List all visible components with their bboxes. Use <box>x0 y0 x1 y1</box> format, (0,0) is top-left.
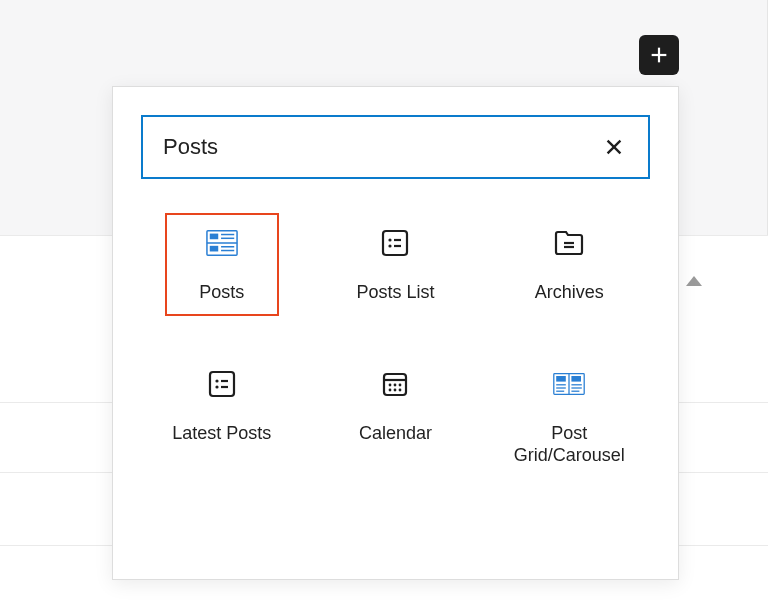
svg-point-30 <box>394 388 397 391</box>
search-input[interactable] <box>163 134 600 160</box>
add-block-button[interactable] <box>639 35 679 75</box>
svg-rect-6 <box>210 234 218 240</box>
block-option-latest-posts[interactable]: Latest Posts <box>141 354 303 479</box>
block-inserter-panel: Posts Posts List <box>112 86 679 580</box>
svg-point-15 <box>389 244 392 247</box>
svg-point-29 <box>389 388 392 391</box>
svg-point-20 <box>215 379 218 382</box>
posts-icon <box>206 227 238 259</box>
block-results-grid: Posts Posts List <box>113 193 678 479</box>
svg-rect-19 <box>210 372 234 396</box>
svg-point-22 <box>215 385 218 388</box>
block-label: Post Grid/Carousel <box>514 422 625 467</box>
archives-icon <box>553 227 585 259</box>
svg-rect-9 <box>210 246 218 252</box>
scroll-up-icon[interactable] <box>686 276 702 286</box>
post-grid-carousel-icon <box>553 368 585 400</box>
svg-rect-38 <box>572 376 582 382</box>
svg-point-26 <box>389 383 392 386</box>
search-container <box>113 87 678 193</box>
block-option-posts-list[interactable]: Posts List <box>315 213 477 316</box>
plus-icon <box>648 44 670 66</box>
latest-posts-icon <box>206 368 238 400</box>
block-label: Archives <box>535 281 604 304</box>
posts-list-icon <box>379 227 411 259</box>
clear-search-button[interactable] <box>600 133 628 161</box>
svg-point-13 <box>389 238 392 241</box>
svg-point-31 <box>399 388 402 391</box>
search-box <box>141 115 650 179</box>
svg-point-27 <box>394 383 397 386</box>
svg-point-28 <box>399 383 402 386</box>
block-option-archives[interactable]: Archives <box>488 213 650 316</box>
calendar-icon <box>379 368 411 400</box>
block-option-posts[interactable]: Posts <box>165 213 279 316</box>
close-icon <box>603 136 625 158</box>
svg-rect-34 <box>556 376 566 382</box>
block-label: Latest Posts <box>172 422 271 445</box>
block-option-calendar[interactable]: Calendar <box>315 354 477 479</box>
block-label: Calendar <box>359 422 432 445</box>
block-option-post-grid-carousel[interactable]: Post Grid/Carousel <box>488 354 650 479</box>
svg-rect-12 <box>383 231 407 255</box>
block-label: Posts <box>199 281 244 304</box>
block-label: Posts List <box>356 281 434 304</box>
